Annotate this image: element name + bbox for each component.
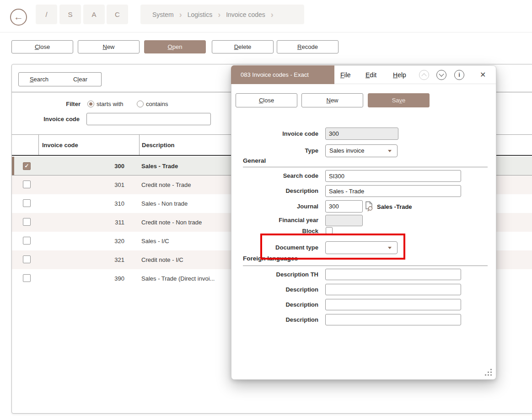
search-code-label: Search code bbox=[231, 172, 318, 179]
dialog-titlebar[interactable]: 083 Invoice codes - Exact File Edit Help… bbox=[231, 66, 496, 84]
divider bbox=[0, 32, 532, 32]
description-2-label: Description bbox=[231, 286, 318, 293]
row-checkbox-cell bbox=[12, 218, 38, 227]
chevron-right-icon: › bbox=[179, 11, 182, 19]
foreign-languages-section-header: Foreign languages bbox=[243, 255, 298, 262]
description-3-input[interactable] bbox=[325, 299, 461, 310]
close-window-icon[interactable]: ✕ bbox=[480, 69, 486, 80]
divider bbox=[243, 167, 488, 167]
resize-grip[interactable] bbox=[485, 369, 492, 376]
divider bbox=[243, 266, 488, 266]
dialog-title: 083 Invoice codes - Exact bbox=[231, 65, 334, 84]
menu-edit[interactable]: Edit bbox=[365, 66, 376, 84]
description-4-label: Description bbox=[231, 316, 318, 323]
dialog-save-button[interactable]: Save bbox=[368, 93, 430, 107]
recode-button[interactable]: Recode bbox=[277, 40, 339, 53]
info-icon[interactable]: i bbox=[454, 70, 464, 80]
open-button[interactable]: Open bbox=[144, 40, 206, 53]
browse-journal-icon[interactable] bbox=[365, 201, 374, 213]
journal-label: Journal bbox=[231, 203, 318, 210]
row-checkbox[interactable] bbox=[23, 255, 31, 263]
delete-button[interactable]: Delete bbox=[212, 40, 274, 53]
document-type-label: Document type bbox=[231, 244, 318, 251]
breadcrumb-system[interactable]: System bbox=[152, 11, 174, 18]
invoice-code-cell: 311 bbox=[38, 219, 124, 226]
top-navigation-bar: ← / S A C System › Logistics › Invoice c… bbox=[0, 0, 532, 32]
block-label: Block bbox=[231, 228, 318, 234]
dropdown-arrow-icon bbox=[388, 247, 392, 249]
collapse-icon[interactable] bbox=[419, 70, 429, 80]
description-th-input[interactable] bbox=[325, 269, 461, 280]
description-input[interactable] bbox=[325, 185, 461, 197]
row-checkbox-cell bbox=[12, 274, 38, 283]
dropdown-arrow-icon bbox=[388, 150, 392, 152]
invoice-code-cell: 320 bbox=[38, 238, 124, 245]
search-code-input[interactable] bbox=[325, 170, 461, 182]
row-checkbox-cell bbox=[12, 237, 38, 246]
menu-file[interactable]: File bbox=[340, 66, 351, 84]
dialog-close-button[interactable]: Close bbox=[236, 93, 297, 107]
type-label: Type bbox=[231, 147, 318, 154]
description-label: Description bbox=[231, 187, 318, 194]
chevron-right-icon: › bbox=[218, 11, 220, 19]
financial-year-label: Financial year bbox=[231, 217, 318, 223]
row-checkbox[interactable] bbox=[23, 237, 31, 245]
breadcrumb: System › Logistics › Invoice codes › bbox=[140, 5, 304, 24]
new-button[interactable]: New bbox=[78, 40, 140, 53]
description-4-input[interactable] bbox=[325, 314, 461, 325]
description-2-input[interactable] bbox=[325, 284, 461, 295]
journal-input[interactable] bbox=[325, 200, 363, 213]
row-checkbox-cell bbox=[12, 255, 38, 265]
invoice-code-edit-dialog: 083 Invoice codes - Exact File Edit Help… bbox=[231, 65, 496, 380]
filter-starts-with-radio[interactable] bbox=[87, 101, 94, 107]
financial-year-input bbox=[325, 215, 363, 226]
document-type-dropdown[interactable] bbox=[325, 241, 398, 254]
row-checkbox[interactable] bbox=[23, 218, 31, 226]
menu-help[interactable]: Help bbox=[393, 66, 406, 84]
type-dropdown[interactable]: Sales invoice bbox=[325, 144, 398, 157]
quick-menu-button-c[interactable]: C bbox=[107, 5, 128, 24]
general-section-header: General bbox=[243, 157, 266, 164]
breadcrumb-invoice-codes[interactable]: Invoice codes bbox=[226, 11, 265, 18]
journal-linked-description: Sales -Trade bbox=[377, 203, 412, 210]
filter-starts-with-label[interactable]: starts with bbox=[97, 101, 124, 107]
filter-contains-radio[interactable] bbox=[137, 101, 144, 107]
back-icon[interactable]: ← bbox=[10, 9, 27, 26]
invoice-code-filter-label: Invoice code bbox=[12, 116, 80, 122]
app-window: ← / S A C System › Logistics › Invoice c… bbox=[0, 0, 532, 420]
row-checkbox-cell bbox=[12, 181, 38, 190]
quick-menu-button-s[interactable]: S bbox=[59, 5, 81, 24]
chevron-right-icon: › bbox=[271, 11, 274, 19]
invoice-code-label: Invoice code bbox=[231, 130, 318, 137]
row-checkbox[interactable]: ✓ bbox=[23, 162, 31, 170]
invoice-code-cell: 301 bbox=[38, 181, 124, 188]
filter-label: Filter bbox=[12, 101, 81, 107]
expand-icon[interactable] bbox=[436, 70, 446, 80]
row-checkbox[interactable] bbox=[23, 274, 31, 282]
invoice-code-input bbox=[325, 128, 398, 140]
filter-contains-label[interactable]: contains bbox=[146, 101, 168, 107]
close-button[interactable]: Close bbox=[11, 40, 73, 53]
invoice-code-cell: 300 bbox=[38, 163, 124, 170]
block-checkbox[interactable] bbox=[326, 227, 333, 234]
row-checkbox-cell bbox=[12, 199, 38, 208]
clear-button[interactable]: Clear bbox=[59, 72, 102, 86]
quick-menu-button-a[interactable]: A bbox=[83, 5, 105, 24]
row-checkbox[interactable] bbox=[23, 181, 31, 188]
invoice-code-cell: 321 bbox=[38, 256, 124, 263]
search-button[interactable]: Search bbox=[18, 72, 60, 86]
invoice-code-cell: 390 bbox=[38, 275, 124, 282]
row-checkbox[interactable] bbox=[23, 199, 31, 207]
breadcrumb-logistics[interactable]: Logistics bbox=[188, 11, 212, 18]
quick-menu-button-root[interactable]: / bbox=[36, 5, 57, 24]
invoice-code-cell: 310 bbox=[38, 200, 124, 207]
row-checkbox-cell: ✓ bbox=[12, 162, 38, 170]
dialog-new-button[interactable]: New bbox=[301, 93, 363, 107]
description-3-label: Description bbox=[231, 301, 318, 308]
invoice-code-filter-input[interactable] bbox=[86, 113, 211, 125]
invoice-code-column-header[interactable]: Invoice code bbox=[38, 135, 139, 155]
description-th-label: Description TH bbox=[231, 271, 318, 278]
